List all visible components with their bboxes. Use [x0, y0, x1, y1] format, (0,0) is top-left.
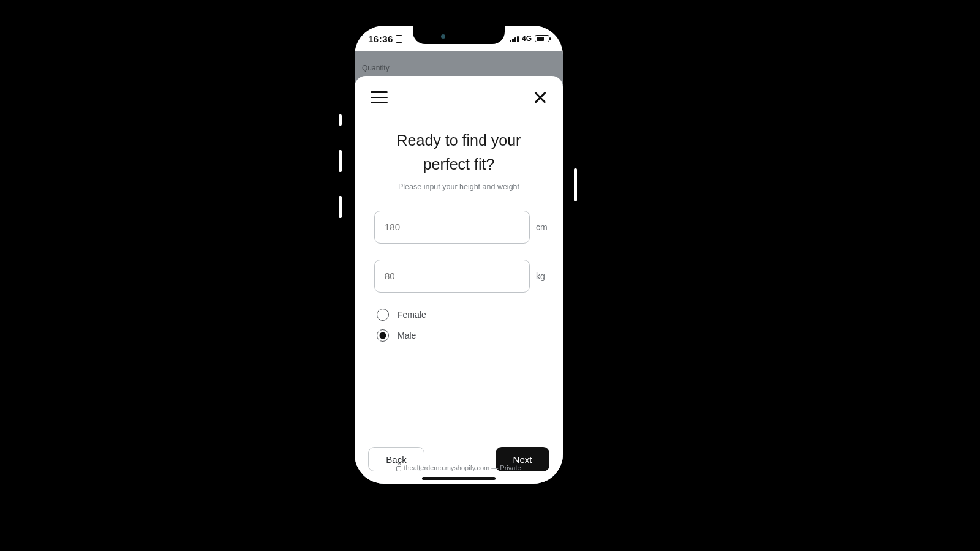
url-host: thealterdemo.myshopify.com	[404, 464, 489, 471]
modal-subtitle: Please input your height and weight	[368, 182, 549, 191]
height-unit: cm	[536, 222, 549, 232]
cellular-signal-icon	[510, 35, 519, 42]
battery-icon	[535, 35, 549, 42]
weight-input[interactable]	[374, 260, 530, 293]
network-label: 4G	[522, 34, 532, 43]
modal-header	[355, 76, 563, 110]
modal-title: Ready to find your perfect fit?	[368, 129, 549, 176]
url-separator: —	[489, 464, 500, 471]
gender-option-male[interactable]: Male	[377, 329, 549, 342]
decoration-tick	[574, 168, 577, 201]
radio-icon	[377, 309, 389, 321]
decoration-tick	[339, 196, 342, 218]
phone-frame: 16:36 4G Quantity R	[351, 22, 567, 487]
url-mode: Private	[500, 464, 521, 471]
home-indicator[interactable]	[422, 477, 496, 480]
phone-screen: 16:36 4G Quantity R	[355, 26, 563, 484]
modal-body: Ready to find your perfect fit? Please i…	[355, 110, 563, 422]
close-icon[interactable]	[533, 91, 547, 104]
status-time: 16:36	[368, 34, 393, 44]
gender-group: Female Male	[368, 309, 549, 342]
radio-label: Male	[398, 331, 416, 340]
modal-title-line: Ready to find your	[397, 132, 521, 149]
radio-icon	[377, 329, 389, 342]
weight-unit: kg	[536, 271, 549, 281]
radio-label: Female	[398, 310, 426, 320]
height-row: cm	[368, 211, 549, 244]
height-input[interactable]	[374, 211, 530, 244]
fit-finder-modal: Ready to find your perfect fit? Please i…	[355, 76, 563, 484]
gender-option-female[interactable]: Female	[377, 309, 549, 321]
decoration-tick	[339, 150, 342, 172]
orientation-lock-icon	[396, 35, 402, 43]
modal-actions: Back Next	[355, 422, 563, 484]
decoration-tick	[339, 114, 342, 126]
camera-dot-icon	[441, 34, 445, 39]
menu-icon[interactable]	[371, 91, 388, 103]
browser-address[interactable]: thealterdemo.myshopify.com — Private	[355, 464, 563, 471]
modal-title-line: perfect fit?	[423, 156, 495, 173]
stage: 16:36 4G Quantity R	[0, 0, 980, 551]
phone-notch	[413, 26, 505, 44]
quantity-label: Quantity	[362, 64, 390, 72]
lock-icon	[396, 466, 401, 471]
weight-row: kg	[368, 260, 549, 293]
